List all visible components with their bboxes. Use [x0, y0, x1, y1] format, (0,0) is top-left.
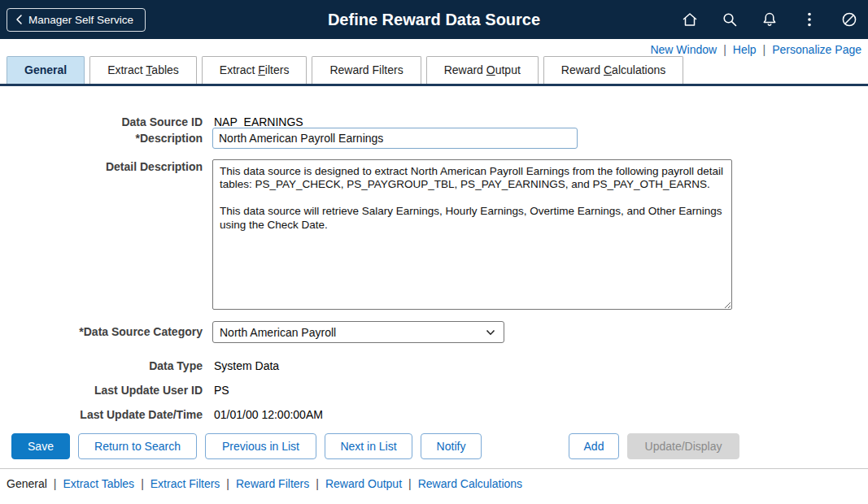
footer-divider — [0, 468, 868, 469]
notify-button[interactable]: Notify — [421, 433, 482, 459]
detail-description-label: Detail Description — [0, 159, 203, 174]
footer-links: General | Extract Tables | Extract Filte… — [7, 477, 522, 490]
separator: | — [226, 477, 229, 490]
last-update-datetime-value: 01/01/00 12:00:00AM — [214, 407, 323, 422]
update-display-button: Update/Display — [627, 433, 739, 459]
tab-underline — [0, 84, 868, 86]
footer-current-page: General — [7, 477, 47, 490]
app-header: Manager Self Service Define Reward Data … — [0, 0, 868, 39]
footer-link-extract-filters[interactable]: Extract Filters — [150, 477, 220, 490]
back-button-label: Manager Self Service — [28, 14, 133, 26]
toolbar-buttons: Save Return to Search Previous in List N… — [11, 433, 482, 459]
next-in-list-button[interactable]: Next in List — [325, 433, 412, 459]
help-link[interactable]: Help — [733, 43, 757, 56]
tab-label-part: F — [258, 63, 265, 76]
tab-label-part: ilters — [265, 63, 290, 76]
separator: | — [408, 477, 412, 490]
last-update-datetime-label: Last Update Date/Time — [0, 407, 203, 422]
return-to-search-button[interactable]: Return to Search — [78, 433, 197, 459]
detail-description-textarea[interactable]: This data source is designed to extract … — [212, 159, 732, 310]
description-label: *Description — [0, 128, 203, 149]
home-icon[interactable] — [681, 11, 699, 28]
description-input[interactable] — [212, 128, 578, 149]
page: Manager Self Service Define Reward Data … — [0, 0, 868, 504]
footer-link-extract-tables[interactable]: Extract Tables — [63, 477, 134, 490]
separator: | — [763, 43, 766, 56]
tab-label-part: Extract — [220, 63, 258, 76]
tab-label-part: Reward Filters — [329, 63, 403, 76]
footer-link-reward-calculations[interactable]: Reward Calculations — [418, 477, 522, 490]
tab-label-part: O — [486, 63, 495, 76]
actions-kebab-icon[interactable] — [800, 11, 818, 28]
search-icon[interactable] — [721, 11, 739, 28]
mode-buttons: Add Update/Display — [569, 433, 739, 459]
add-button[interactable]: Add — [569, 433, 619, 459]
back-button[interactable]: Manager Self Service — [7, 8, 146, 32]
notifications-bell-icon[interactable] — [761, 11, 779, 28]
tab-reward-filters[interactable]: Reward Filters — [312, 56, 421, 84]
tab-extract-tables[interactable]: Extract Tables — [89, 56, 197, 84]
chevron-down-icon — [486, 329, 495, 336]
tab-bar: General Extract Tables Extract Filters R… — [7, 56, 868, 84]
tab-reward-calculations[interactable]: Reward Calculations — [543, 56, 683, 84]
last-update-user-label: Last Update User ID — [0, 383, 203, 398]
separator: | — [54, 477, 57, 490]
data-source-category-select[interactable]: North American Payroll — [212, 321, 504, 343]
data-type-value: System Data — [214, 358, 279, 373]
data-type-label: Data Type — [0, 358, 203, 373]
tab-label-part: alculations — [612, 63, 665, 76]
footer-link-reward-filters[interactable]: Reward Filters — [236, 477, 309, 490]
tab-label-part: Reward — [444, 63, 486, 76]
header-icon-group — [681, 0, 858, 39]
separator: | — [316, 477, 319, 490]
separator: | — [141, 477, 144, 490]
personalize-page-link[interactable]: Personalize Page — [772, 43, 861, 56]
navbar-icon[interactable] — [840, 11, 858, 28]
last-update-user-value: PS — [214, 383, 229, 398]
data-source-category-label: *Data Source Category — [0, 321, 203, 343]
tab-label-part: utput — [495, 63, 521, 76]
tab-general[interactable]: General — [7, 56, 85, 84]
save-button[interactable]: Save — [11, 433, 70, 459]
tab-label-part: General — [24, 63, 67, 76]
tab-reward-output[interactable]: Reward Output — [426, 56, 539, 84]
tab-label-part: ables — [151, 63, 178, 76]
previous-in-list-button[interactable]: Previous in List — [205, 433, 316, 459]
page-title: Define Reward Data Source — [328, 11, 540, 29]
chevron-left-icon — [15, 14, 23, 25]
footer-link-reward-output[interactable]: Reward Output — [325, 477, 402, 490]
tab-extract-filters[interactable]: Extract Filters — [202, 56, 308, 84]
select-value: North American Payroll — [220, 326, 486, 339]
separator: | — [723, 43, 726, 56]
tab-label-part: C — [604, 63, 612, 76]
tab-label-part: Extract — [107, 63, 146, 76]
tab-label-part: Reward — [561, 63, 604, 76]
new-window-link[interactable]: New Window — [650, 43, 717, 56]
